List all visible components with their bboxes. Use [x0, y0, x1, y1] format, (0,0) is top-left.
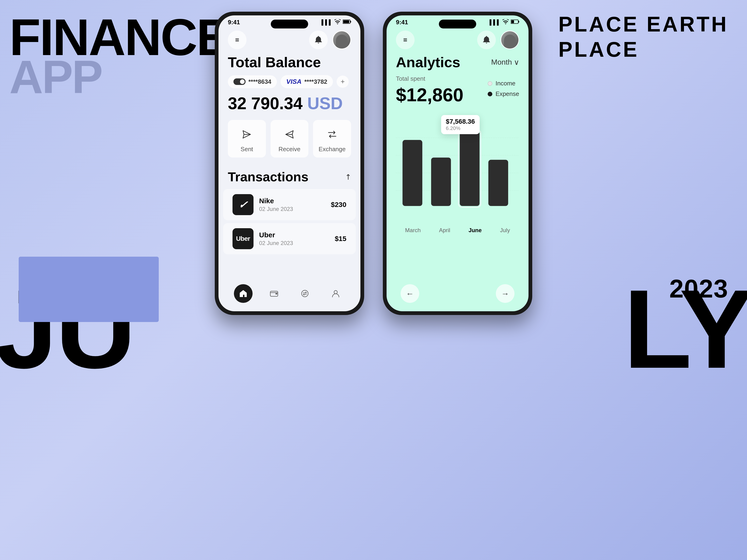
analytics-header: Analytics Month ∨ [387, 52, 529, 75]
legend-expense: Expense [488, 90, 519, 98]
sent-icon [239, 127, 254, 142]
total-spent-amount: $12,860 [396, 84, 463, 106]
signal-icon-left: ▌▌▌ [321, 19, 332, 25]
nav-forward-icon: → [501, 289, 509, 298]
add-card-button[interactable]: + [337, 76, 349, 88]
card1-number: ****8634 [248, 78, 271, 85]
card-mastercard[interactable]: ****8634 [228, 75, 277, 88]
nav-forward-button[interactable]: → [496, 284, 515, 303]
avatar-left[interactable] [332, 31, 351, 49]
exchange-icon [325, 127, 340, 142]
svg-rect-2 [343, 20, 349, 23]
chart-label-april: April [439, 227, 450, 234]
menu-icon-right: ≡ [403, 36, 407, 44]
month-selector[interactable]: Month ∨ [491, 58, 519, 67]
transactions-title: Transactions [228, 169, 308, 184]
action-buttons: Sent Receive Exchange [228, 120, 351, 158]
nav-exchange[interactable] [295, 284, 314, 303]
header-right-right [477, 31, 519, 49]
transactions-header: Transactions ↗ [218, 169, 360, 184]
battery-icon-left [343, 19, 351, 25]
balance-amount: 32 790.34 USD [228, 94, 351, 113]
expense-dot [488, 92, 492, 96]
transaction-uber-date: 02 June 2023 [259, 240, 329, 246]
receive-icon [282, 127, 297, 142]
signal-icon-right: ▌▌▌ [490, 19, 500, 25]
total-spent-label: Total spent [396, 75, 463, 82]
menu-icon-left: ≡ [235, 36, 239, 44]
status-icons-right: ▌▌▌ [490, 19, 519, 26]
analytics-title: Analytics [396, 54, 460, 71]
svg-rect-11 [518, 21, 519, 23]
bell-button-left[interactable] [309, 31, 328, 49]
bg-title-app: APP [9, 54, 102, 100]
nike-logo: ✓ [232, 194, 254, 215]
transaction-nike-date: 02 June 2023 [259, 206, 325, 212]
chart-area: $7,568.36 6.20% [387, 110, 529, 222]
balance-currency: USD [307, 94, 343, 113]
total-balance-section: Total Balance ****8634 VISA ****3782 + [218, 52, 360, 169]
phone-left-screen: 9:41 ▌▌▌ ≡ [218, 16, 360, 311]
transaction-nike[interactable]: ✓ Nike 02 June 2023 $230 [223, 189, 356, 220]
expense-label: Expense [496, 90, 519, 98]
total-spent-info: Total spent $12,860 [396, 75, 463, 106]
menu-button-right[interactable]: ≡ [396, 31, 415, 49]
svg-point-8 [302, 290, 308, 297]
income-label: Income [496, 80, 515, 87]
phones-container: 9:41 ▌▌▌ ≡ [215, 12, 532, 315]
transaction-nike-info: Nike 02 June 2023 [259, 197, 325, 212]
chart-label-march: March [405, 227, 421, 234]
receive-button[interactable]: Receive [271, 120, 309, 158]
phone-right: 9:41 ▌▌▌ ≡ [383, 12, 532, 315]
chart-labels: March April June July [387, 227, 529, 234]
svg-rect-18 [431, 158, 451, 206]
bottom-nav-left [218, 281, 360, 306]
status-time-left: 9:41 [228, 19, 240, 26]
avatar-image-right [501, 31, 518, 49]
svg-rect-19 [460, 131, 480, 206]
card2-number: ****3782 [304, 78, 327, 85]
bg-decoration-rect [19, 257, 159, 322]
nav-back-button[interactable]: ← [401, 284, 419, 303]
transaction-uber-name: Uber [259, 231, 329, 239]
chart-label-june: June [468, 227, 482, 234]
card2-brand: VISA [286, 78, 301, 85]
nav-wallet[interactable] [265, 284, 283, 303]
nav-home[interactable] [234, 284, 253, 303]
battery-icon-right [511, 19, 519, 25]
exchange-button[interactable]: Exchange [313, 120, 351, 158]
month-label: Month [491, 58, 512, 66]
transaction-uber-amount: $15 [335, 235, 346, 243]
dynamic-island-left [271, 20, 308, 28]
dynamic-island-right [439, 20, 476, 28]
bg-text-2023: 2023 [669, 274, 728, 303]
legend-income: Income [488, 80, 519, 87]
app-header-left: ≡ [218, 26, 360, 52]
sent-button[interactable]: Sent [228, 120, 266, 158]
wifi-icon-right [503, 19, 509, 26]
receive-label: Receive [279, 145, 301, 153]
svg-rect-6 [276, 293, 277, 294]
chart-label-july: July [500, 227, 510, 234]
bg-text-place: Place Earth Place [558, 12, 728, 62]
bell-button-right[interactable] [477, 31, 496, 49]
transactions-arrow[interactable]: ↗ [343, 171, 354, 182]
transaction-uber[interactable]: Uber Uber 02 June 2023 $15 [223, 223, 356, 254]
tooltip-amount: $7,568.36 [446, 118, 475, 125]
analytics-nav: ← → [387, 281, 529, 306]
avatar-image-left [333, 31, 351, 49]
avatar-right[interactable] [500, 31, 519, 49]
header-right-left [309, 31, 351, 49]
svg-rect-12 [511, 20, 514, 23]
chart-tooltip: $7,568.36 6.20% [441, 115, 480, 134]
card-toggle[interactable] [233, 78, 246, 85]
sent-label: Sent [241, 145, 253, 153]
transaction-nike-name: Nike [259, 197, 325, 205]
transaction-uber-info: Uber 02 June 2023 [259, 231, 329, 246]
card-visa[interactable]: VISA ****3782 [281, 75, 333, 88]
svg-point-9 [334, 291, 337, 294]
wifi-icon-left [334, 19, 341, 26]
nav-profile[interactable] [326, 284, 345, 303]
menu-button-left[interactable]: ≡ [228, 31, 247, 49]
status-icons-left: ▌▌▌ [321, 19, 351, 26]
